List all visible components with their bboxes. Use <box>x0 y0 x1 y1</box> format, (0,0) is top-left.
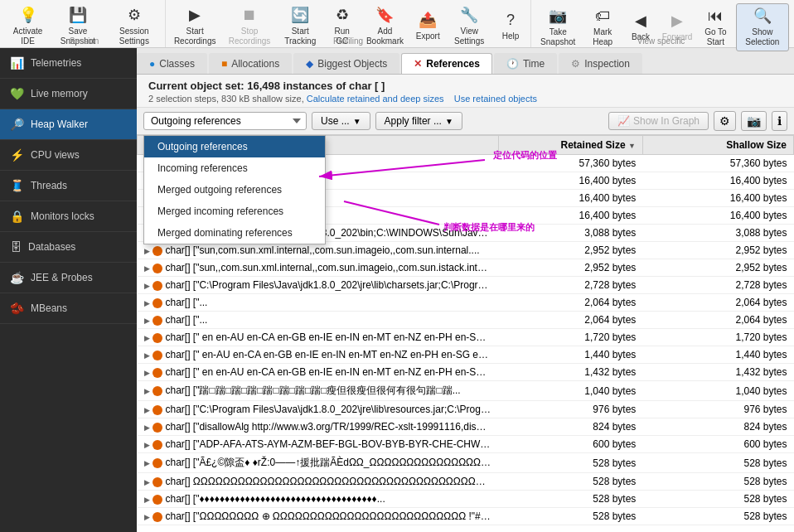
sidebar-item-mbeans[interactable]: 🫘 MBeans <box>0 293 137 324</box>
expand-arrow[interactable]: ▶ <box>144 387 153 395</box>
calculate-retained-link[interactable]: Calculate retained and deep sizes <box>307 94 444 104</box>
dropdown-item-merged-incoming[interactable]: Merged incoming references <box>144 201 325 222</box>
cell-retained: 3,088 bytes <box>498 225 642 242</box>
classes-tab-icon: ● <box>149 58 155 70</box>
tab-allocations[interactable]: ■ Allocations <box>209 53 292 74</box>
expand-arrow[interactable]: ▶ <box>144 351 153 360</box>
expand-arrow[interactable]: ▶ <box>144 247 153 255</box>
databases-icon: 🗄 <box>10 240 22 254</box>
table-row[interactable]: ▶ char[] ["♦♦♦♦♦♦♦♦♦♦♦♦♦♦♦♦♦♦♦♦♦♦♦♦♦♦♦♦♦… <box>138 491 794 508</box>
sidebar-item-threads[interactable]: 🧵 Threads <box>0 171 137 201</box>
expand-arrow[interactable]: ▶ <box>144 441 153 449</box>
cell-object: ▶ char[] ["Ã£¿©隙盃♦ ♦rŽ:0——↑援批踹ÃÈdΩΩ_ΩΩΩΩ… <box>138 453 499 473</box>
expand-arrow[interactable]: ▶ <box>144 299 153 307</box>
sort-arrow-retained: ▼ <box>628 142 636 150</box>
table-row[interactable]: ▶ char[] [" en en-AU en-CA en-GB en-IE e… <box>138 329 794 346</box>
table-row[interactable]: ▶ char[] ["...2,064 bytes2,064 bytes <box>138 312 794 329</box>
object-icon <box>153 264 162 273</box>
dropdown-item-merged-dominating[interactable]: Merged dominating references <box>144 222 325 244</box>
camera-button[interactable]: 📷 <box>741 111 767 131</box>
object-set-bar: Current object set: 16,498 instances of … <box>137 75 794 108</box>
expand-arrow[interactable]: ▶ <box>144 317 153 325</box>
table-settings-button[interactable]: ⚙ <box>714 111 736 131</box>
expand-arrow[interactable]: ▶ <box>144 478 153 486</box>
sidebar-item-heap-walker[interactable]: 🔎 Heap Walker <box>0 109 137 140</box>
sidebar-item-live-memory[interactable]: 💚 Live memory <box>0 79 137 109</box>
tab-references[interactable]: ✕ References <box>401 53 492 74</box>
show-in-graph-button[interactable]: 📈 Show In Graph <box>608 112 709 130</box>
expand-arrow[interactable]: ▶ <box>144 423 153 432</box>
sidebar-item-databases[interactable]: 🗄 Databases <box>0 232 137 263</box>
telemetries-icon: 📊 <box>10 56 24 70</box>
object-set-title: Current object set: 16,498 instances of … <box>148 80 782 92</box>
table-row[interactable]: ▶ char[] ["Ã£¿©隙盃♦ ♦rŽ:0——↑援批踹ÃÈdΩΩ_ΩΩΩΩ… <box>138 453 794 473</box>
info-button[interactable]: ℹ <box>772 111 787 131</box>
expand-arrow[interactable]: ▶ <box>144 264 153 273</box>
gc-icon: ♻ <box>336 7 349 25</box>
cell-object: ▶ char[] [" en en-AU en-CA en-GB en-IE e… <box>138 364 499 381</box>
table-row[interactable]: ▶ char[] ["C:\Program Files\Java\jdk1.8.… <box>138 277 794 294</box>
table-row[interactable]: ▶ char[] [" en-AU en-CA en-GB en-IE en-I… <box>138 346 794 364</box>
cell-retained: 1,720 bytes <box>498 329 642 346</box>
use-button[interactable]: Use ... ▼ <box>312 112 370 130</box>
expand-arrow[interactable]: ▶ <box>144 459 153 467</box>
table-row[interactable]: ▶ char[] ["...2,064 bytes2,064 bytes <box>138 294 794 312</box>
threads-icon: 🧵 <box>10 179 24 192</box>
cell-shallow: 528 bytes <box>642 508 793 525</box>
sidebar-item-jee-probes[interactable]: ☕ JEE & Probes <box>0 263 137 293</box>
cell-shallow: 1,432 bytes <box>642 364 793 381</box>
cell-shallow: 600 bytes <box>642 436 793 453</box>
cell-shallow: 528 bytes <box>642 491 793 508</box>
table-row[interactable]: ▶ char[] ["disallowAlg http://www.w3.org… <box>138 418 794 436</box>
tab-inspection[interactable]: ⚙ Inspection <box>559 53 642 74</box>
session-label: Session <box>3 36 165 46</box>
sidebar-item-label: Databases <box>28 241 75 253</box>
expand-arrow[interactable]: ▶ <box>144 334 153 342</box>
dropdown-item-incoming[interactable]: Incoming references <box>144 157 325 179</box>
expand-arrow[interactable]: ▶ <box>144 282 153 290</box>
mbeans-icon: 🫘 <box>10 302 24 315</box>
table-row[interactable]: ▶ char[] ["踹□踹□踹□踹□踹□踹□踹□踹□瘦但很瘦但很何有很句踹□踹… <box>138 381 794 401</box>
sidebar-item-telemetries[interactable]: 📊 Telemetries <box>0 48 137 79</box>
col-header-shallow[interactable]: Shallow Size <box>642 136 793 155</box>
col-header-retained[interactable]: Retained Size ▼ <box>498 136 642 155</box>
table-row[interactable]: ▶ char[] [" en en-AU en-CA en-GB en-IE e… <box>138 364 794 381</box>
table-row[interactable]: ▶ char[] ["ADP-AFA-ATS-AYM-AZM-BEF-BGL-B… <box>138 436 794 453</box>
expand-arrow[interactable]: ▶ <box>144 513 153 521</box>
show-selection-icon: 🔍 <box>753 7 772 26</box>
tab-time[interactable]: 🕐 Time <box>494 53 557 74</box>
tab-biggest-objects[interactable]: ◆ Biggest Objects <box>293 53 399 74</box>
stop-rec-icon: ⏹ <box>242 7 257 25</box>
cell-retained: 1,432 bytes <box>498 364 642 381</box>
sidebar-item-label: Monitors locks <box>31 210 94 222</box>
reference-type-dropdown[interactable]: Outgoing references Incoming references … <box>143 112 307 130</box>
cell-shallow: 2,952 bytes <box>642 242 793 259</box>
cell-object: ▶ char[] ["disallowAlg http://www.w3.org… <box>138 418 499 436</box>
apply-filter-button[interactable]: Apply filter ... ▼ <box>375 112 462 130</box>
tab-classes[interactable]: ● Classes <box>137 53 207 74</box>
cell-object: ▶ char[] ["C:\Program Files\Java\jdk1.8.… <box>138 277 499 294</box>
sidebar-item-monitors-locks[interactable]: 🔒 Monitors locks <box>0 201 137 232</box>
cell-object: ▶ char[] ["ADP-AFA-ATS-AYM-AZM-BEF-BGL-B… <box>138 436 499 453</box>
object-icon <box>153 512 162 522</box>
cell-retained: 2,064 bytes <box>498 294 642 312</box>
object-text: char[] ΩΩΩΩΩΩΩΩΩΩΩΩΩΩΩΩΩΩΩΩΩΩΩΩΩΩΩΩΩΩΩΩΩ… <box>166 476 499 487</box>
table-row[interactable]: ▶ char[] ["ΩΩΩΩΩΩΩΩ ⊕ ΩΩΩΩΩΩΩΩΩΩΩΩΩΩΩΩΩΩ… <box>138 508 794 525</box>
dropdown-container: Outgoing references Incoming references … <box>143 112 307 130</box>
expand-arrow[interactable]: ▶ <box>144 406 153 414</box>
sidebar-item-cpu-views[interactable]: ⚡ CPU views <box>0 140 137 171</box>
use-retained-link[interactable]: Use retained objects <box>454 94 537 104</box>
back-icon: ◀ <box>635 12 646 31</box>
dropdown-item-outgoing[interactable]: Outgoing references <box>144 136 325 157</box>
dropdown-item-merged-outgoing[interactable]: Merged outgoing references <box>144 179 325 201</box>
expand-arrow[interactable]: ▶ <box>144 496 153 504</box>
cell-shallow: 2,728 bytes <box>642 277 793 294</box>
table-row[interactable]: ▶ char[] ΩΩΩΩΩΩΩΩΩΩΩΩΩΩΩΩΩΩΩΩΩΩΩΩΩΩΩΩΩΩΩ… <box>138 473 794 491</box>
expand-arrow[interactable]: ▶ <box>144 369 153 377</box>
cell-object: ▶ char[] ["ΩΩΩΩΩΩΩΩ ⊕ ΩΩΩΩΩΩΩΩΩΩΩΩΩΩΩΩΩΩ… <box>138 508 499 525</box>
table-row[interactable]: ▶ char[] ["C:\Program Files\Java\jdk1.8.… <box>138 401 794 418</box>
cell-retained: 528 bytes <box>498 508 642 525</box>
monitors-locks-icon: 🔒 <box>10 210 24 223</box>
object-text: char[] ["C:\Program Files\Java\jdk1.8.0_… <box>166 404 498 415</box>
table-row[interactable]: ▶ char[] ["sun,,com.sun.xml.internal,,co… <box>138 259 794 277</box>
